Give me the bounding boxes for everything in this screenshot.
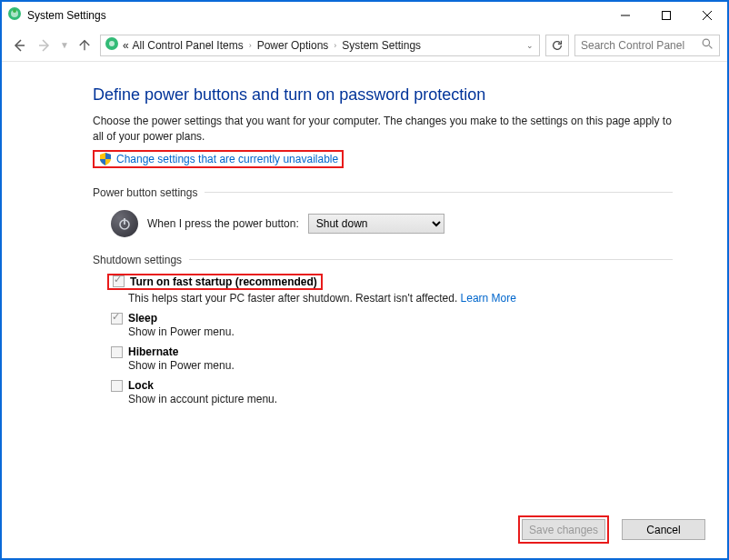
address-bar[interactable]: « All Control Panel Items › Power Option… xyxy=(100,35,540,56)
divider xyxy=(189,259,673,260)
forward-button[interactable] xyxy=(35,35,55,55)
shield-icon xyxy=(98,152,113,166)
svg-point-12 xyxy=(703,39,709,45)
page-intro: Choose the power settings that you want … xyxy=(93,114,673,145)
hibernate-desc: Show in Power menu. xyxy=(128,359,673,372)
minimize-button[interactable] xyxy=(604,2,645,29)
fast-startup-desc: This helps start your PC faster after sh… xyxy=(128,292,673,305)
close-button[interactable] xyxy=(686,2,727,29)
breadcrumb-prefix[interactable]: « xyxy=(123,39,129,52)
maximize-button[interactable] xyxy=(645,2,686,29)
breadcrumb-system-settings[interactable]: System Settings xyxy=(342,39,421,52)
search-input[interactable]: Search Control Panel xyxy=(574,35,720,56)
navbar: ▼ « All Control Panel Items › Power Opti… xyxy=(2,29,727,62)
lock-desc: Show in account picture menu. xyxy=(128,393,673,405)
window-title: System Settings xyxy=(27,9,106,22)
chevron-right-icon[interactable]: › xyxy=(332,41,338,50)
history-dropdown-icon[interactable]: ▼ xyxy=(60,40,69,50)
address-icon xyxy=(105,36,119,54)
shutdown-section-label: Shutdown settings xyxy=(93,254,182,266)
sleep-label: Sleep xyxy=(128,312,157,325)
fast-startup-checkbox[interactable] xyxy=(113,275,125,287)
learn-more-link[interactable]: Learn More xyxy=(461,292,516,305)
divider xyxy=(205,192,673,193)
hibernate-label: Hibernate xyxy=(128,345,178,358)
power-button-select[interactable]: Shut down xyxy=(308,214,444,234)
back-button[interactable] xyxy=(9,35,29,55)
search-placeholder: Search Control Panel xyxy=(581,39,684,52)
power-button-section-label: Power button settings xyxy=(93,186,197,199)
titlebar: System Settings xyxy=(2,2,727,29)
svg-point-2 xyxy=(13,9,16,13)
up-button[interactable] xyxy=(75,35,95,55)
page-title: Define power buttons and turn on passwor… xyxy=(93,85,673,105)
sleep-desc: Show in Power menu. xyxy=(128,325,673,338)
app-icon xyxy=(7,6,22,25)
breadcrumb-all-items[interactable]: All Control Panel Items xyxy=(133,39,244,52)
svg-rect-4 xyxy=(662,12,670,20)
hibernate-checkbox[interactable] xyxy=(111,346,123,358)
fast-startup-label: Turn on fast startup (recommended) xyxy=(130,275,317,288)
cancel-button[interactable]: Cancel xyxy=(622,519,705,540)
change-settings-link[interactable]: Change settings that are currently unava… xyxy=(116,153,338,165)
svg-line-13 xyxy=(709,45,712,48)
sleep-checkbox[interactable] xyxy=(111,313,123,325)
lock-checkbox[interactable] xyxy=(111,380,123,392)
svg-point-11 xyxy=(109,41,115,46)
content-area: Define power buttons and turn on passwor… xyxy=(2,62,727,505)
refresh-button[interactable] xyxy=(545,35,569,56)
breadcrumb-power-options[interactable]: Power Options xyxy=(257,39,329,52)
power-button-label: When I press the power button: xyxy=(147,217,299,230)
save-button[interactable]: Save changes xyxy=(522,519,605,540)
address-dropdown-icon[interactable]: ⌄ xyxy=(526,41,535,50)
power-icon xyxy=(111,210,138,237)
chevron-right-icon[interactable]: › xyxy=(247,41,254,50)
lock-label: Lock xyxy=(128,379,154,392)
search-icon xyxy=(702,38,714,53)
footer: Save changes Cancel xyxy=(2,505,727,558)
